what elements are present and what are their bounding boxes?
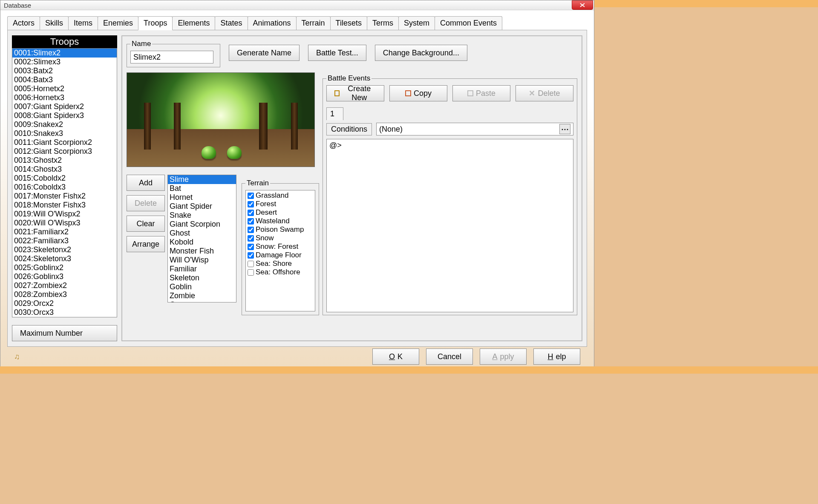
list-item[interactable]: 0011:Giant Scorpionx2 [12, 138, 117, 147]
terrain-item[interactable]: Wasteland [247, 217, 314, 225]
battle-preview[interactable] [127, 72, 315, 167]
event-script-box[interactable]: @> [326, 139, 573, 312]
paste-button[interactable]: Paste [452, 85, 510, 101]
help-button[interactable]: Help [533, 348, 580, 365]
list-item[interactable]: 0018:Monster Fishx3 [12, 201, 117, 210]
list-item[interactable]: Bat [168, 184, 236, 193]
list-item[interactable]: Familiar [168, 265, 236, 274]
list-item[interactable]: Orc [168, 300, 236, 302]
list-item[interactable]: 0022:Familiarx3 [12, 236, 117, 245]
list-item[interactable]: 0006:Hornetx3 [12, 93, 117, 102]
list-item[interactable]: Goblin [168, 282, 236, 291]
add-enemy-button[interactable]: Add [127, 175, 165, 191]
tab-states[interactable]: States [215, 16, 248, 30]
tab-terrain[interactable]: Terrain [296, 16, 331, 30]
list-item[interactable]: 0020:Will O'Wispx3 [12, 219, 117, 228]
terrain-item[interactable]: Snow: Forest [247, 242, 314, 251]
tab-system[interactable]: System [398, 16, 435, 30]
terrain-checkbox[interactable] [248, 252, 254, 259]
tab-common-events[interactable]: Common Events [435, 16, 502, 30]
list-item[interactable]: Hornet [168, 193, 236, 202]
terrain-checkbox[interactable] [248, 261, 254, 267]
list-item[interactable]: 0030:Orcx3 [12, 308, 117, 317]
terrain-checkbox[interactable] [248, 227, 254, 233]
list-item[interactable]: 0029:Orcx2 [12, 299, 117, 308]
terrain-item[interactable]: Snow [247, 234, 314, 242]
enemy-sprite[interactable] [227, 146, 242, 159]
list-item[interactable]: 0026:Goblinx3 [12, 272, 117, 281]
create-new-button[interactable]: Create New [326, 85, 384, 101]
terrain-checkbox[interactable] [248, 210, 254, 216]
tab-skills[interactable]: Skills [40, 16, 69, 30]
tab-elements[interactable]: Elements [172, 16, 215, 30]
list-item[interactable]: 0025:Goblinx2 [12, 263, 117, 272]
list-item[interactable]: Skeleton [168, 274, 236, 282]
list-item[interactable]: 0014:Ghostx3 [12, 165, 117, 174]
tab-terms[interactable]: Terms [367, 16, 399, 30]
name-input[interactable] [130, 51, 213, 63]
enemy-list[interactable]: SlimeBatHornetGiant SpiderSnakeGiant Sco… [167, 175, 236, 302]
terrain-item[interactable]: Damage Floor [247, 251, 314, 259]
list-item[interactable]: Giant Scorpion [168, 220, 236, 229]
list-item[interactable]: 0019:Will O'Wispx2 [12, 210, 117, 219]
terrain-item[interactable]: Grassland [247, 191, 314, 200]
event-command-line[interactable]: @> [329, 141, 570, 150]
list-item[interactable]: 0023:Skeletonx2 [12, 245, 117, 254]
change-background-button[interactable]: Change Background... [375, 45, 467, 61]
list-item[interactable]: Slime [168, 175, 236, 184]
battle-test-button[interactable]: Battle Test... [308, 45, 366, 61]
delete-event-button[interactable]: ✕Delete [516, 85, 573, 101]
terrain-list[interactable]: GrasslandForestDesertWastelandPoison Swa… [245, 190, 315, 311]
terrain-checkbox[interactable] [248, 244, 254, 250]
list-item[interactable]: 0028:Zombiex3 [12, 290, 117, 299]
terrain-checkbox[interactable] [248, 218, 254, 225]
tab-animations[interactable]: Animations [248, 16, 297, 30]
list-item[interactable]: 0021:Familiarx2 [12, 228, 117, 236]
list-item[interactable]: 0013:Ghostx2 [12, 156, 117, 165]
delete-enemy-button[interactable]: Delete [127, 195, 165, 211]
list-item[interactable]: Giant Spider [168, 202, 236, 211]
tab-enemies[interactable]: Enemies [98, 16, 138, 30]
list-item[interactable]: 0027:Zombiex2 [12, 281, 117, 290]
list-item[interactable]: Zombie [168, 291, 236, 300]
terrain-checkbox[interactable] [248, 269, 254, 276]
list-item[interactable]: 0002:Slimex3 [12, 58, 117, 66]
list-item[interactable]: 0024:Skeletonx3 [12, 254, 117, 263]
terrain-item[interactable]: Sea: Shore [247, 259, 314, 268]
tab-tilesets[interactable]: Tilesets [330, 16, 367, 30]
terrain-item[interactable]: Desert [247, 208, 314, 217]
list-item[interactable]: 0016:Coboldx3 [12, 183, 117, 192]
list-item[interactable]: 0017:Monster Fishx2 [12, 192, 117, 201]
list-item[interactable]: Will O'Wisp [168, 256, 236, 265]
terrain-checkbox[interactable] [248, 193, 254, 199]
list-item[interactable]: Ghost [168, 229, 236, 238]
close-button[interactable] [572, 0, 593, 10]
music-icon[interactable] [14, 352, 20, 361]
list-item[interactable]: 0005:Hornetx2 [12, 84, 117, 93]
terrain-item[interactable]: Forest [247, 200, 314, 208]
event-page-tab[interactable]: 1 [326, 107, 343, 120]
tab-troops[interactable]: Troops [138, 16, 173, 30]
tab-items[interactable]: Items [68, 16, 98, 30]
cancel-button[interactable]: Cancel [426, 348, 473, 365]
list-item[interactable]: Kobold [168, 238, 236, 247]
maximum-number-button[interactable]: Maximum Number [12, 325, 117, 341]
list-item[interactable]: 0012:Giant Scorpionx3 [12, 147, 117, 156]
apply-button[interactable]: Apply [480, 348, 527, 365]
list-item[interactable]: 0015:Coboldx2 [12, 174, 117, 183]
ok-button[interactable]: OK [372, 348, 419, 365]
enemy-sprite[interactable] [202, 146, 216, 159]
copy-button[interactable]: Copy [389, 85, 447, 101]
arrange-button[interactable]: Arrange [127, 236, 165, 252]
tab-actors[interactable]: Actors [7, 16, 40, 30]
list-item[interactable]: 0001:Slimex2 [12, 49, 117, 58]
troops-list[interactable]: 0001:Slimex20002:Slimex30003:Batx20004:B… [12, 48, 117, 317]
conditions-value[interactable]: (None) ⋯ [376, 123, 573, 135]
list-item[interactable]: Snake [168, 211, 236, 220]
terrain-item[interactable]: Poison Swamp [247, 225, 314, 234]
list-item[interactable]: 0010:Snakex3 [12, 129, 117, 138]
list-item[interactable]: 0004:Batx3 [12, 75, 117, 84]
terrain-item[interactable]: Sea: Offshore [247, 268, 314, 276]
conditions-more-button[interactable]: ⋯ [559, 124, 570, 134]
list-item[interactable]: 0003:Batx2 [12, 66, 117, 75]
